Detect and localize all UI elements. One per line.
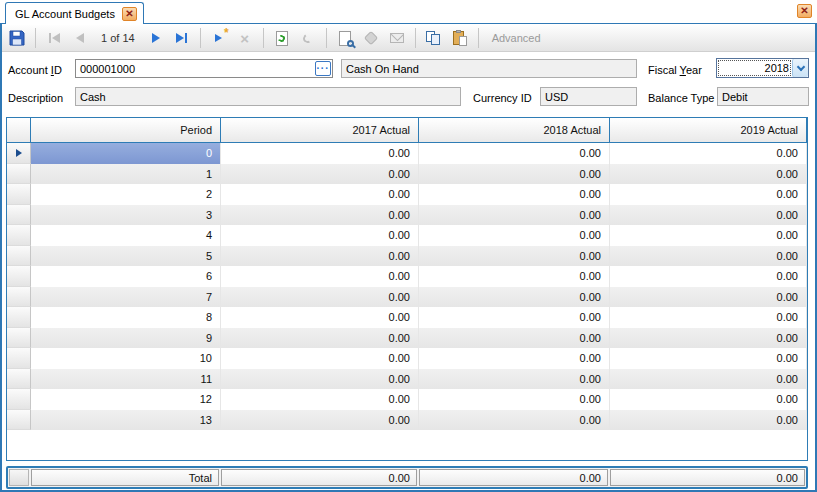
row-selector[interactable] <box>7 348 31 369</box>
tab-gl-account-budgets[interactable]: GL Account Budgets ✕ <box>5 2 144 24</box>
period-cell[interactable]: 6 <box>31 266 221 287</box>
actual-2018-cell[interactable]: 0.00 <box>419 410 610 431</box>
row-selector[interactable] <box>7 328 31 349</box>
period-cell[interactable]: 8 <box>31 307 221 328</box>
table-row: 10 0.00 0.00 0.00 <box>7 348 807 369</box>
actual-2017-cell[interactable]: 0.00 <box>221 164 419 185</box>
go-button[interactable] <box>360 27 382 49</box>
period-cell[interactable]: 5 <box>31 246 221 267</box>
row-selector[interactable] <box>7 307 31 328</box>
delete-button[interactable]: × <box>234 27 256 49</box>
period-cell[interactable]: 11 <box>31 369 221 390</box>
row-selector[interactable] <box>7 287 31 308</box>
actual-2018-cell[interactable]: 0.00 <box>419 225 610 246</box>
row-selector[interactable] <box>7 389 31 410</box>
actual-2018-cell[interactable]: 0.00 <box>419 143 610 164</box>
row-selector[interactable] <box>7 225 31 246</box>
copy-button[interactable] <box>423 27 445 49</box>
actual-2017-cell[interactable]: 0.00 <box>221 348 419 369</box>
toolbar-separator <box>478 28 479 48</box>
previous-record-button[interactable] <box>69 27 91 49</box>
actual-2018-cell[interactable]: 0.00 <box>419 389 610 410</box>
actual-2017-cell[interactable]: 0.00 <box>221 246 419 267</box>
period-cell[interactable]: 3 <box>31 205 221 226</box>
period-cell[interactable]: 0 <box>31 143 221 164</box>
row-selector[interactable] <box>7 184 31 205</box>
actual-2019-cell[interactable]: 0.00 <box>610 164 807 185</box>
actual-2017-cell[interactable]: 0.00 <box>221 410 419 431</box>
period-cell[interactable]: 13 <box>31 410 221 431</box>
table-row: 1 0.00 0.00 0.00 <box>7 164 807 185</box>
actual-2019-cell[interactable]: 0.00 <box>610 369 807 390</box>
tab-close-icon[interactable]: ✕ <box>122 7 137 21</box>
new-record-button[interactable]: * <box>208 27 230 49</box>
row-selector[interactable] <box>7 164 31 185</box>
account-lookup-button[interactable]: ··· <box>315 61 331 76</box>
period-cell[interactable]: 7 <box>31 287 221 308</box>
period-cell[interactable]: 12 <box>31 389 221 410</box>
period-cell[interactable]: 10 <box>31 348 221 369</box>
actual-2019-cell[interactable]: 0.00 <box>610 348 807 369</box>
actual-2017-cell[interactable]: 0.00 <box>221 143 419 164</box>
actual-2017-cell[interactable]: 0.00 <box>221 307 419 328</box>
period-cell[interactable]: 9 <box>31 328 221 349</box>
advanced-menu[interactable]: Advanced <box>486 32 541 44</box>
account-id-field[interactable]: 000001000 ··· <box>75 59 333 78</box>
actual-2019-cell[interactable]: 0.00 <box>610 287 807 308</box>
paste-button[interactable] <box>449 27 471 49</box>
actual-2019-cell[interactable]: 0.00 <box>610 389 807 410</box>
actual-2019-cell[interactable]: 0.00 <box>610 225 807 246</box>
actual-2019-cell[interactable]: 0.00 <box>610 266 807 287</box>
tab-title: GL Account Budgets <box>15 8 115 20</box>
refresh-button[interactable] <box>271 27 293 49</box>
actual-2017-cell[interactable]: 0.00 <box>221 205 419 226</box>
first-record-button[interactable] <box>43 27 65 49</box>
row-selector[interactable] <box>7 369 31 390</box>
actual-2018-cell[interactable]: 0.00 <box>419 307 610 328</box>
actual-2018-cell[interactable]: 0.00 <box>419 348 610 369</box>
actual-2017-cell[interactable]: 0.00 <box>221 389 419 410</box>
actual-2018-cell[interactable]: 0.00 <box>419 328 610 349</box>
last-record-button[interactable] <box>171 27 193 49</box>
undo-button[interactable] <box>297 27 319 49</box>
paste-icon <box>453 30 467 46</box>
actual-2018-cell[interactable]: 0.00 <box>419 164 610 185</box>
email-button[interactable] <box>386 27 408 49</box>
period-cell[interactable]: 2 <box>31 184 221 205</box>
row-selector[interactable] <box>7 410 31 431</box>
row-selector[interactable] <box>7 143 31 164</box>
actual-2018-cell[interactable]: 0.00 <box>419 184 610 205</box>
table-row: 7 0.00 0.00 0.00 <box>7 287 807 308</box>
actual-2018-cell[interactable]: 0.00 <box>419 287 610 308</box>
actual-2018-cell[interactable]: 0.00 <box>419 246 610 267</box>
actual-2017-cell[interactable]: 0.00 <box>221 225 419 246</box>
actual-2018-cell[interactable]: 0.00 <box>419 205 610 226</box>
row-selector[interactable] <box>7 246 31 267</box>
actual-2017-cell[interactable]: 0.00 <box>221 369 419 390</box>
actual-2017-cell[interactable]: 0.00 <box>221 184 419 205</box>
actual-2019-cell[interactable]: 0.00 <box>610 143 807 164</box>
row-selector[interactable] <box>7 266 31 287</box>
save-button[interactable] <box>6 27 28 49</box>
print-preview-button[interactable] <box>334 27 356 49</box>
actual-2018-cell[interactable]: 0.00 <box>419 266 610 287</box>
actual-2018-cell[interactable]: 0.00 <box>419 369 610 390</box>
next-record-button[interactable] <box>145 27 167 49</box>
fiscal-year-label: Fiscal Year <box>648 64 702 76</box>
total-2019: 0.00 <box>610 469 805 486</box>
period-cell[interactable]: 1 <box>31 164 221 185</box>
actual-2019-cell[interactable]: 0.00 <box>610 205 807 226</box>
fiscal-year-combobox[interactable]: 2018 <box>716 58 809 78</box>
actual-2019-cell[interactable]: 0.00 <box>610 184 807 205</box>
actual-2019-cell[interactable]: 0.00 <box>610 328 807 349</box>
actual-2019-cell[interactable]: 0.00 <box>610 307 807 328</box>
actual-2017-cell[interactable]: 0.00 <box>221 287 419 308</box>
row-selector[interactable] <box>7 205 31 226</box>
window-close-icon[interactable]: ✕ <box>797 4 812 18</box>
actual-2017-cell[interactable]: 0.00 <box>221 328 419 349</box>
actual-2017-cell[interactable]: 0.00 <box>221 266 419 287</box>
actual-2019-cell[interactable]: 0.00 <box>610 246 807 267</box>
actual-2019-cell[interactable]: 0.00 <box>610 410 807 431</box>
period-cell[interactable]: 4 <box>31 225 221 246</box>
fiscal-year-dropdown-button[interactable] <box>792 59 808 77</box>
